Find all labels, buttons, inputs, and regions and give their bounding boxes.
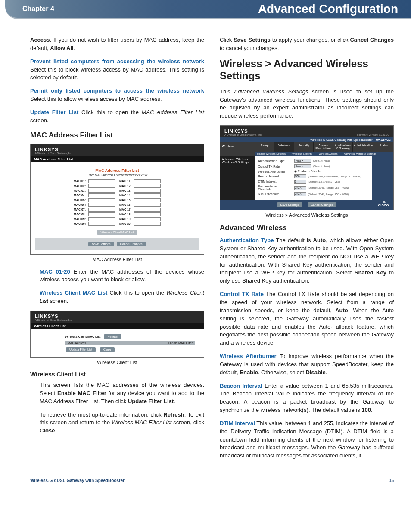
cisco-label: CISCO. — [378, 203, 390, 207]
wcl-heading: Wireless Client MAC List — [65, 335, 100, 338]
heading-advanced-wireless-settings: Wireless > Advanced Wireless Settings — [220, 58, 394, 82]
mac-label: MAC 08: — [74, 213, 88, 216]
mac-input[interactable] — [134, 189, 161, 193]
form-label: Wireless Afterburner: — [258, 170, 293, 173]
mac-label: MAC 09: — [74, 218, 88, 221]
para-mac0120: MAC 01-20 Enter the MAC addresses of the… — [40, 268, 204, 284]
mac-input[interactable] — [134, 179, 161, 183]
page-banner: Chapter 4 Advanced Configuration — [5, 0, 411, 19]
mac-input[interactable] — [134, 184, 161, 188]
mac-label: MAC 12: — [119, 184, 134, 187]
mac-label: MAC 03: — [74, 189, 88, 192]
mac-label: MAC 18: — [119, 213, 134, 216]
mac-input[interactable] — [88, 179, 115, 183]
mac-input[interactable] — [88, 217, 115, 221]
nav-tab[interactable]: Setup — [255, 142, 274, 152]
form-select[interactable]: Auto ▾ — [294, 159, 311, 163]
nav-tab[interactable]: Applications & Gaming — [333, 142, 352, 152]
mac-input[interactable] — [88, 212, 115, 216]
mac-input[interactable] — [88, 208, 115, 212]
nav-subtab[interactable]: | Basic Wireless Settings — [255, 152, 288, 156]
refresh-button[interactable]: Refresh — [104, 334, 121, 339]
form-hint: (Default: 1, Range: 1 ~ 255) — [308, 180, 340, 183]
nav-subtab[interactable]: | Advanced Wireless Settings — [340, 152, 379, 156]
save-settings-button[interactable]: Save Settings — [88, 242, 114, 246]
caption-mac-filter: MAC Address Filter List — [30, 257, 204, 262]
mac-input[interactable] — [88, 222, 115, 226]
form-select[interactable]: Auto ▾ — [294, 164, 311, 168]
para-beacon: Beacon Interval Enter a value between 1 … — [220, 382, 394, 414]
mac-label: MAC 10: — [74, 222, 88, 225]
form-label: Control TX Rate: — [258, 165, 293, 168]
mac-input[interactable] — [134, 208, 161, 212]
cancel-changes-button[interactable]: Cancel Changes — [117, 242, 146, 246]
save-settings-button[interactable]: Save Settings — [277, 202, 302, 207]
mac-input[interactable] — [134, 212, 161, 216]
model-name: WAG54GS — [376, 138, 391, 141]
heading-mac-filter-list: MAC Address Filter List — [30, 131, 204, 140]
nav-tab[interactable]: Administration — [352, 142, 374, 152]
mac-label: MAC 16: — [119, 203, 134, 206]
chapter-label: Chapter 4 — [22, 5, 54, 13]
nav-subtab[interactable]: | Wireless Security — [288, 152, 315, 156]
para-afterburner: Wireless Afterburner To improve wireless… — [220, 352, 394, 377]
mac-input[interactable] — [134, 217, 161, 221]
caption-aws: Wireless > Advanced Wireless Settings — [220, 212, 394, 218]
form-hint: (Default: Auto) — [313, 159, 330, 162]
close-button[interactable]: Close — [100, 347, 115, 352]
mac-input[interactable] — [88, 193, 115, 197]
mac-input[interactable] — [134, 222, 161, 226]
nav-tab[interactable]: Access Restrictions — [313, 142, 333, 152]
form-input[interactable]: 100 — [294, 174, 306, 178]
mac-format-hint: Enter MAC Address Format: xx:xx:xx:xx:xx… — [35, 174, 199, 179]
form-input[interactable]: 1 — [294, 180, 306, 184]
nav-subtab[interactable]: | Wireless Access — [315, 152, 340, 156]
heading-advanced-wireless: Advanced Wireless — [220, 224, 394, 232]
sidebar-wireless-g-settings: Wireless-G Settings — [222, 161, 253, 164]
form-label: RTS Threshold: — [258, 193, 293, 196]
mac-input[interactable] — [88, 189, 115, 193]
product-name: Wireless-G ADSL Gateway with SpeedBooste… — [310, 138, 372, 141]
brand-subtitle: A Division of Cisco Systems, Inc. — [35, 152, 199, 155]
mac-input[interactable] — [134, 193, 161, 197]
form-input[interactable]: 2346 — [294, 186, 306, 190]
firmware-version: Firmware Version: V1.01.00 — [357, 134, 389, 136]
mac-label: MAC 14: — [119, 194, 134, 197]
mac-input[interactable] — [134, 198, 161, 202]
mac-label: MAC 06: — [74, 203, 88, 206]
mac-input[interactable] — [88, 184, 115, 188]
mac-input[interactable] — [88, 203, 115, 207]
para-permit: Permit only listed computers to access t… — [30, 87, 204, 103]
form-radio[interactable]: ◉ Enable ○ Disable — [294, 170, 321, 173]
para-wcl-desc: This screen lists the MAC addresses of t… — [40, 381, 204, 406]
para-aws-intro: This Advanced Wireless Settings screen i… — [220, 88, 394, 120]
mac-label: MAC 19: — [119, 218, 134, 221]
para-wcl-open: Wireless Client MAC List Click this to o… — [40, 289, 204, 305]
footer-product: Wireless-G ADSL Gateway with SpeedBooste… — [30, 478, 125, 483]
form-label: DTIM Interval: — [258, 180, 293, 183]
mac-input[interactable] — [134, 203, 161, 207]
form-input[interactable]: 2346 — [294, 192, 306, 196]
right-column: Click Save Settings to apply your change… — [220, 36, 394, 465]
caption-wcl: Wireless Client List — [30, 360, 204, 365]
form-hint: (Default: Auto) — [313, 165, 330, 168]
left-column: Access. If you do not wish to filter use… — [30, 36, 204, 465]
mac-input[interactable] — [88, 198, 115, 202]
nav-tab[interactable]: Status — [374, 142, 393, 152]
nav-tab[interactable]: Security — [294, 142, 313, 152]
col-enable-mac-filter: Enable MAC Filter — [168, 342, 193, 345]
mac-label: MAC 02: — [74, 184, 88, 187]
nav-tab[interactable]: Wireless — [274, 142, 293, 152]
update-filter-list-button[interactable]: Update Filter List — [66, 347, 96, 352]
mac-label: MAC 13: — [119, 189, 134, 192]
mac-label: MAC 17: — [119, 208, 134, 211]
wireless-client-mac-list-button[interactable]: Wireless Client MAC List — [97, 230, 137, 235]
form-hint: (Default: 2346, Range: 256 ~ 4096) — [308, 187, 349, 189]
para-prevent: Prevent listed computers from accessing … — [30, 58, 204, 82]
form-hint: (Default: 100, Milliseconds, Range: 1 ~ … — [308, 175, 361, 178]
col-mac-address: MAC Address — [68, 342, 165, 345]
page-number: 15 — [389, 478, 394, 483]
cancel-changes-button[interactable]: Cancel Changes — [308, 202, 337, 207]
brand-logo: LINKSYS — [35, 314, 199, 319]
para-access: Access. If you do not wish to filter use… — [30, 36, 204, 53]
